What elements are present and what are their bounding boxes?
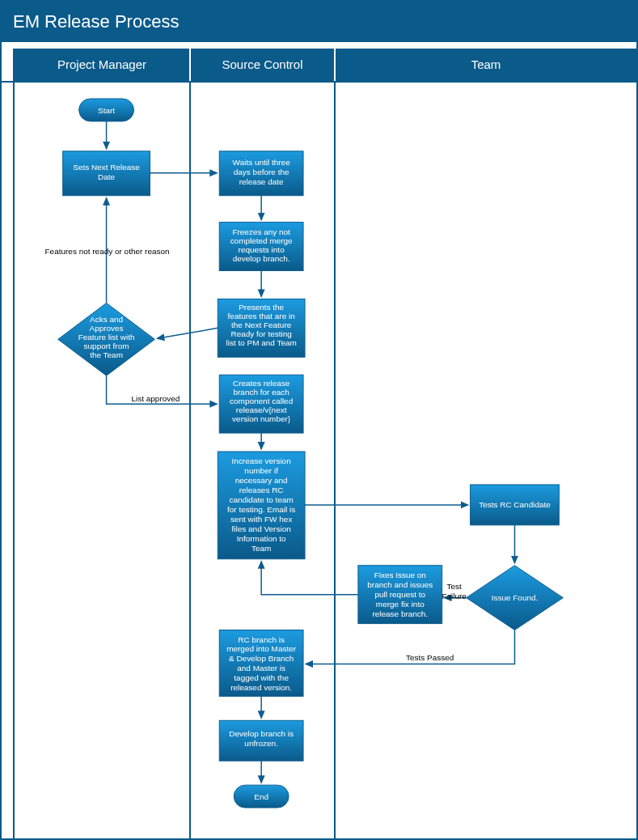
unf-l1: Develop branch is xyxy=(229,729,294,738)
label-list-approved: List approved xyxy=(132,394,180,403)
presents-l2: features that are in xyxy=(228,312,295,320)
node-start-label: Start xyxy=(98,106,115,115)
inc-l2: number if xyxy=(244,466,278,475)
node-set-date-l2: Date xyxy=(98,172,116,181)
acks-l5: the Team xyxy=(90,350,123,359)
create-l3: component called xyxy=(230,397,293,405)
freeze-l2: completed merge xyxy=(230,236,293,245)
fix-l4: merge fix into xyxy=(376,600,425,609)
edge-fixes-increase xyxy=(261,562,358,595)
trc-l1: Tests RC Candidate xyxy=(479,500,551,509)
rcm-l6: released version. xyxy=(230,683,292,692)
freeze-l4: develop branch. xyxy=(233,254,290,263)
inc-l3: necessary and xyxy=(235,476,288,485)
title-text: EM Release Process xyxy=(13,11,179,32)
create-l2: branch for each xyxy=(234,388,289,397)
label-tests-passed: Tests Passed xyxy=(406,653,454,662)
flowchart-svg: Start Sets Next Release Date Acks and Ap… xyxy=(2,83,636,838)
rcm-l2: merged into Master xyxy=(226,644,297,653)
diagram-container: EM Release Process Project Manager Sourc… xyxy=(0,0,638,840)
fix-l5: release branch. xyxy=(372,609,428,618)
rcm-l5: tagged with the xyxy=(234,673,289,682)
presents-l5: list to PM and Team xyxy=(226,338,296,347)
presents-l3: the Next Feature xyxy=(231,320,292,329)
fix-l2: branch and issues xyxy=(367,580,433,589)
freeze-l3: requests into xyxy=(239,245,285,254)
freeze-l1: Freezes any not xyxy=(232,227,290,236)
if-l1: Issue Found. xyxy=(492,593,539,602)
create-l5: version number} xyxy=(232,414,291,423)
lane-header-sc: Source Control xyxy=(191,49,336,81)
wait-l2: days before the xyxy=(234,168,289,176)
wait-l1: Waits until three xyxy=(233,158,291,167)
inc-l1: Increase version xyxy=(232,456,291,465)
create-l4: release/v{next xyxy=(236,405,287,414)
inc-l4: releases RC xyxy=(239,486,284,494)
acks-l2: Approves xyxy=(90,324,124,333)
presents-l4: Ready for testing xyxy=(230,329,291,338)
label-test-failure-2: Failure xyxy=(442,592,467,600)
inc-l5: candidate to team xyxy=(230,495,294,504)
lane-header-team: Team xyxy=(336,49,636,81)
label-test-failure-1: Test xyxy=(446,582,462,591)
acks-l4: support from xyxy=(84,342,129,350)
presents-l1: Presents the xyxy=(239,303,284,312)
fix-l1: Fixes Issue on xyxy=(374,571,426,579)
wait-l3: release date xyxy=(239,177,284,186)
acks-l1: Acks and xyxy=(90,315,123,324)
inc-l6: for testing. Email is xyxy=(227,505,295,514)
lane-header-pm: Project Manager xyxy=(15,49,191,81)
edge-presents-acks xyxy=(157,328,218,338)
label-not-ready: Features not ready or other reason xyxy=(45,247,170,256)
inc-l10: Team xyxy=(251,544,271,553)
diagram-body: Start Sets Next Release Date Acks and Ap… xyxy=(2,83,636,838)
unf-l2: unfrozen. xyxy=(244,739,278,748)
swimlane-headers: Project Manager Source Control Team xyxy=(2,49,636,83)
acks-l3: Feature list with xyxy=(78,333,135,342)
node-set-date-l1: Sets Next Release xyxy=(73,163,140,172)
inc-l8: files and Version xyxy=(232,524,291,533)
inc-l9: Information to xyxy=(237,534,286,543)
rcm-l1: RC branch is xyxy=(238,635,285,644)
rcm-l4: and Master is xyxy=(237,664,285,672)
inc-l7: sent with FW hex xyxy=(230,515,292,524)
node-end-label: End xyxy=(254,792,268,801)
diagram-title: EM Release Process xyxy=(2,2,636,42)
fix-l3: pull request to xyxy=(374,590,425,599)
create-l1: Creates release xyxy=(233,379,290,388)
rcm-l3: & Develop Branch xyxy=(229,654,294,663)
lane-margin xyxy=(2,49,15,81)
